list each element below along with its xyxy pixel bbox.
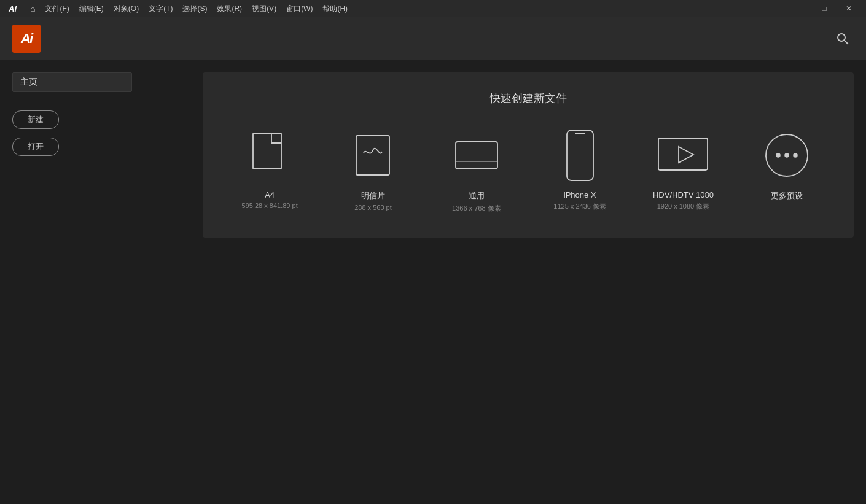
menu-item-帮助(H)[interactable]: 帮助(H) bbox=[318, 0, 353, 17]
svg-rect-6 bbox=[567, 130, 593, 180]
postcard-size: 288 x 560 pt bbox=[354, 204, 392, 211]
close-button[interactable]: ✕ bbox=[837, 0, 861, 17]
svg-point-10 bbox=[776, 153, 780, 157]
iphonex-size: 1125 x 2436 像素 bbox=[553, 202, 606, 211]
menu-item-文件(F)[interactable]: 文件(F) bbox=[40, 0, 74, 17]
menu-item-编辑(E)[interactable]: 编辑(E) bbox=[74, 0, 109, 17]
hdtv-name: HDV/HDTV 1080 bbox=[653, 190, 714, 200]
ai-logo: Ai bbox=[12, 25, 41, 53]
general-icon bbox=[449, 128, 504, 183]
postcard-name: 明信片 bbox=[361, 190, 385, 201]
menu-item-效果(R)[interactable]: 效果(R) bbox=[212, 0, 247, 17]
minimize-button[interactable]: ─ bbox=[787, 0, 812, 17]
quick-create-panel: 快速创建新文件 A4 595.28 x 841.89 pt bbox=[203, 72, 854, 238]
panel-title: 快速创建新文件 bbox=[221, 91, 835, 106]
template-general[interactable]: 通用 1366 x 768 像素 bbox=[440, 128, 513, 213]
svg-rect-3 bbox=[356, 136, 389, 175]
menu-item-对象(O)[interactable]: 对象(O) bbox=[109, 0, 144, 17]
content-area: 快速创建新文件 A4 595.28 x 841.89 pt bbox=[190, 60, 866, 504]
sidebar: 主页 新建 打开 bbox=[0, 60, 190, 504]
window-controls: ─ □ ✕ bbox=[787, 0, 861, 17]
general-size: 1366 x 768 像素 bbox=[452, 204, 501, 213]
iphonex-name: iPhone X bbox=[564, 190, 596, 200]
sidebar-buttons: 新建 打开 bbox=[12, 110, 178, 156]
home-icon[interactable]: ⌂ bbox=[25, 4, 40, 14]
iphonex-icon bbox=[552, 128, 607, 183]
menu-item-视图(V)[interactable]: 视图(V) bbox=[247, 0, 281, 17]
maximize-button[interactable]: □ bbox=[812, 0, 837, 17]
general-name: 通用 bbox=[469, 190, 485, 201]
svg-rect-2 bbox=[253, 133, 281, 169]
template-more[interactable]: 更多预设 bbox=[750, 128, 824, 204]
menu-item-文字(T)[interactable]: 文字(T) bbox=[144, 0, 177, 17]
more-name: 更多预设 bbox=[771, 190, 803, 201]
a4-size: 595.28 x 841.89 pt bbox=[242, 202, 298, 209]
title-bar: Ai ⌂ 文件(F)编辑(E)对象(O)文字(T)选择(S)效果(R)视图(V)… bbox=[0, 0, 866, 17]
template-iphonex[interactable]: iPhone X 1125 x 2436 像素 bbox=[543, 128, 617, 211]
header-bar: Ai bbox=[0, 17, 866, 60]
svg-line-1 bbox=[845, 41, 848, 44]
template-a4[interactable]: A4 595.28 x 841.89 pt bbox=[233, 128, 306, 209]
template-postcard[interactable]: 明信片 288 x 560 pt bbox=[336, 128, 410, 211]
menu-bar: Ai ⌂ bbox=[5, 4, 40, 14]
postcard-icon bbox=[345, 128, 400, 183]
svg-marker-8 bbox=[679, 147, 693, 163]
a4-icon bbox=[242, 128, 297, 183]
a4-name: A4 bbox=[265, 190, 275, 200]
main-area: 主页 新建 打开 快速创建新文件 A4 595.28 x 841.8 bbox=[0, 60, 866, 504]
new-button[interactable]: 新建 bbox=[12, 110, 59, 129]
svg-rect-4 bbox=[456, 142, 497, 169]
svg-point-11 bbox=[785, 153, 789, 157]
svg-point-0 bbox=[838, 34, 845, 41]
ai-logo-small: Ai bbox=[5, 4, 20, 14]
more-icon bbox=[759, 128, 814, 183]
hdtv-icon bbox=[655, 128, 711, 183]
svg-rect-7 bbox=[658, 138, 708, 170]
menu-item-窗口(W)[interactable]: 窗口(W) bbox=[281, 0, 318, 17]
hdtv-size: 1920 x 1080 像素 bbox=[657, 202, 710, 211]
search-button[interactable] bbox=[832, 28, 854, 50]
templates-row: A4 595.28 x 841.89 pt 明信片 288 x 560 pt bbox=[221, 128, 835, 213]
sidebar-nav-home[interactable]: 主页 bbox=[12, 72, 132, 92]
menu-item-选择(S)[interactable]: 选择(S) bbox=[177, 0, 212, 17]
menu-items: 文件(F)编辑(E)对象(O)文字(T)选择(S)效果(R)视图(V)窗口(W)… bbox=[40, 0, 787, 17]
open-button[interactable]: 打开 bbox=[12, 138, 59, 156]
template-hdtv[interactable]: HDV/HDTV 1080 1920 x 1080 像素 bbox=[646, 128, 720, 211]
svg-point-12 bbox=[794, 153, 797, 157]
